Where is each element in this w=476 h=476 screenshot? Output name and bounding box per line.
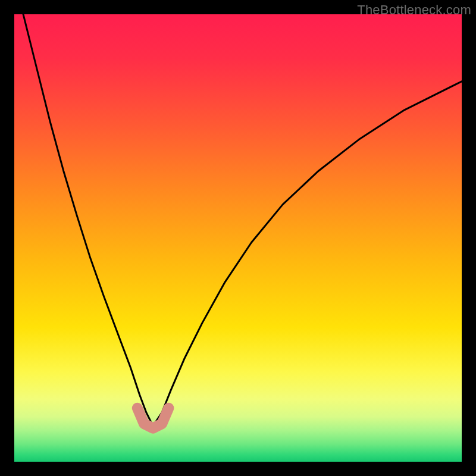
chart-plot (14, 14, 462, 462)
chart-frame (14, 14, 462, 462)
background-gradient (14, 14, 462, 462)
watermark-text: TheBottleneck.com (357, 2, 471, 18)
